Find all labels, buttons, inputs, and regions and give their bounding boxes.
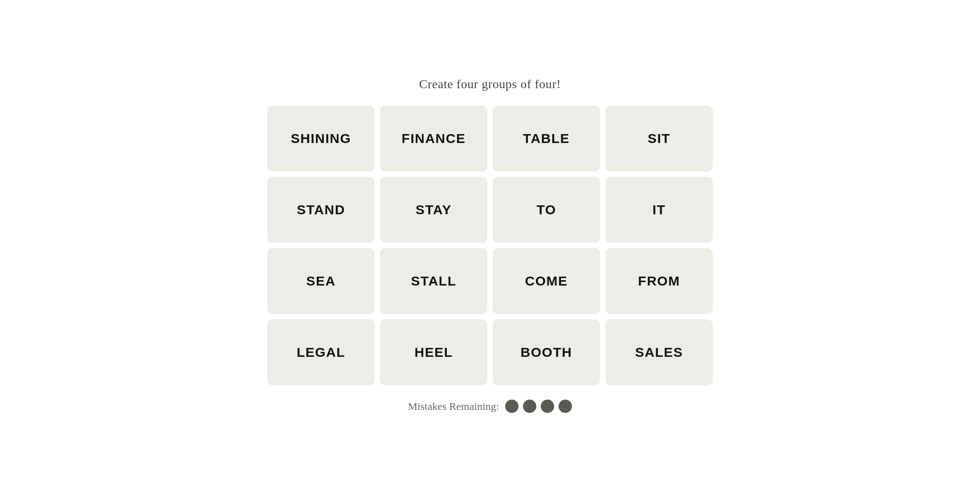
card-sea[interactable]: SEA xyxy=(267,248,375,314)
card-to[interactable]: TO xyxy=(493,177,600,243)
card-label-sales: SALES xyxy=(635,345,683,360)
card-stand[interactable]: STAND xyxy=(267,177,375,243)
mistakes-dots xyxy=(505,400,572,413)
card-label-stay: STAY xyxy=(416,202,452,217)
card-label-stand: STAND xyxy=(297,202,345,217)
card-it[interactable]: IT xyxy=(605,177,713,243)
card-label-heel: HEEL xyxy=(414,345,453,360)
card-sit[interactable]: SIT xyxy=(605,106,713,172)
card-stall[interactable]: STALL xyxy=(380,248,487,314)
mistakes-row: Mistakes Remaining: xyxy=(408,400,572,413)
card-come[interactable]: COME xyxy=(493,248,600,314)
card-label-come: COME xyxy=(525,274,568,289)
card-label-to: TO xyxy=(536,202,556,217)
card-label-stall: STALL xyxy=(411,274,457,289)
card-label-sea: SEA xyxy=(306,274,335,289)
card-stay[interactable]: STAY xyxy=(380,177,487,243)
mistake-dot-2 xyxy=(523,400,536,413)
word-grid: SHININGFINANCETABLESITSTANDSTAYTOITSEAST… xyxy=(267,106,713,385)
card-legal[interactable]: LEGAL xyxy=(267,319,375,385)
card-sales[interactable]: SALES xyxy=(605,319,713,385)
card-label-legal: LEGAL xyxy=(297,345,345,360)
mistake-dot-3 xyxy=(541,400,554,413)
card-table[interactable]: TABLE xyxy=(493,106,600,172)
card-label-table: TABLE xyxy=(523,131,570,146)
card-label-booth: BOOTH xyxy=(521,345,572,360)
card-from[interactable]: FROM xyxy=(605,248,713,314)
card-shining[interactable]: SHINING xyxy=(267,106,375,172)
card-heel[interactable]: HEEL xyxy=(380,319,487,385)
game-container: Create four groups of four! SHININGFINAN… xyxy=(267,77,713,413)
card-label-shining: SHINING xyxy=(291,131,351,146)
mistake-dot-1 xyxy=(505,400,519,413)
card-label-sit: SIT xyxy=(648,131,670,146)
mistake-dot-4 xyxy=(559,400,572,413)
card-label-from: FROM xyxy=(638,274,680,289)
card-label-it: IT xyxy=(653,202,666,217)
card-booth[interactable]: BOOTH xyxy=(493,319,600,385)
card-finance[interactable]: FINANCE xyxy=(380,106,487,172)
subtitle: Create four groups of four! xyxy=(419,77,561,91)
card-label-finance: FINANCE xyxy=(402,131,466,146)
mistakes-label: Mistakes Remaining: xyxy=(408,400,499,412)
